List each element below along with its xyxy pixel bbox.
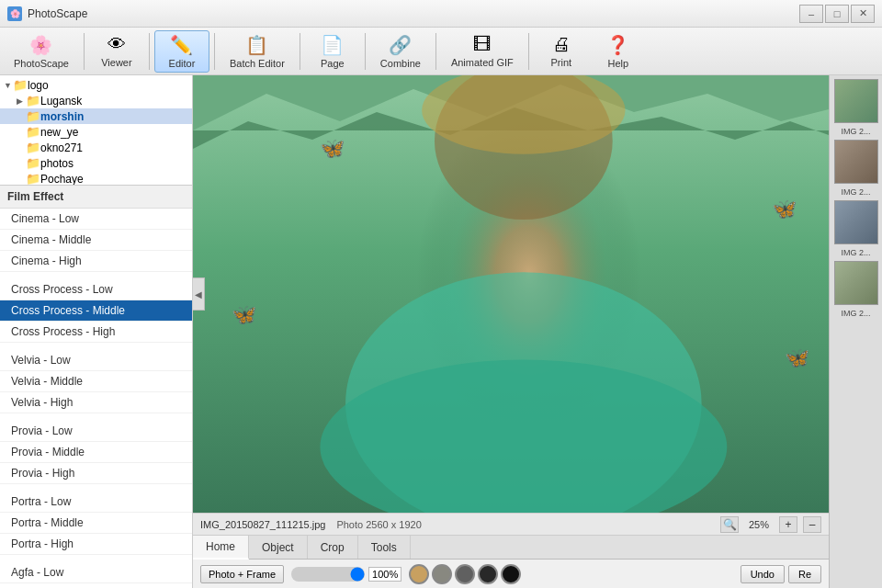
folder-icon: 📁 <box>26 172 40 186</box>
color-btn-2[interactable] <box>432 564 452 584</box>
toolbar-icon-editor: ✏️ <box>170 34 193 56</box>
toolbar-label-print: Print <box>550 57 571 68</box>
undo-redo: Undo Re <box>741 565 821 583</box>
zoom-out-btn[interactable]: – <box>803 516 821 533</box>
window-controls: – □ ✕ <box>799 5 875 23</box>
toolbar-btn-viewer[interactable]: 👁Viewer <box>89 30 144 73</box>
filter-provia-high[interactable]: Provia - High <box>0 463 192 484</box>
filter-velvia-low[interactable]: Velvia - Low <box>0 350 192 371</box>
toolbar-btn-gif[interactable]: 🎞Animated GIF <box>441 30 524 73</box>
filter-cinema-high[interactable]: Cinema - High <box>0 251 192 272</box>
tree-item-logo[interactable]: ▼ 📁 logo <box>0 77 192 93</box>
toolbar-sep-3 <box>300 33 300 70</box>
folder-icon: 📁 <box>26 94 40 107</box>
zoom-icon-btn[interactable]: 🔍 <box>720 516 739 533</box>
minimize-button[interactable]: – <box>799 5 823 23</box>
tree-item-okno[interactable]: 📁 okno271 <box>0 140 192 155</box>
thumb-label-4: IMG 2... <box>832 309 880 318</box>
toolbar-icon-viewer: 👁 <box>107 34 126 55</box>
toolbar-label-help: Help <box>607 58 628 69</box>
toolbar-icon-gif: 🎞 <box>473 34 492 55</box>
tab-object[interactable]: Object <box>249 536 308 559</box>
filter-provia-middle[interactable]: Provia - Middle <box>0 442 192 463</box>
app-title: PhotoScape <box>28 7 87 20</box>
folder-icon: 📁 <box>26 141 40 154</box>
butterfly-3: 🦋 <box>772 198 797 221</box>
filter-portra-low[interactable]: Portra - Low <box>0 492 192 513</box>
main-toolbar: 🌸PhotoScape👁Viewer✏️Editor📋Batch Editor📄… <box>0 28 882 75</box>
center-area: ◀ 🦋 🦋 🦋 🦋 IMG_20150827_111215.jpg Photo … <box>193 75 829 588</box>
color-btn-3[interactable] <box>455 564 475 584</box>
pct-display: 100% <box>368 567 401 582</box>
thumbnail-1[interactable] <box>834 79 878 123</box>
filter-cinema-low[interactable]: Cinema - Low <box>0 209 192 230</box>
tree-label-newye: new_ye <box>40 126 78 139</box>
filter-velvia-middle[interactable]: Velvia - Middle <box>0 371 192 392</box>
toolbar-icon-help: ❓ <box>606 34 629 56</box>
bottom-tabs: Home Object Crop Tools <box>193 536 829 560</box>
filter-provia-low[interactable]: Provia - Low <box>0 421 192 442</box>
toolbar-btn-help[interactable]: ❓Help <box>591 30 646 73</box>
toolbar-btn-batch[interactable]: 📋Batch Editor <box>220 30 295 73</box>
thumb-label-3: IMG 2... <box>832 248 880 257</box>
tab-crop[interactable]: Crop <box>308 536 358 559</box>
tab-tools[interactable]: Tools <box>358 536 411 559</box>
zoom-in-btn[interactable]: + <box>779 516 797 533</box>
toolbar-btn-photoscape[interactable]: 🌸PhotoScape <box>4 30 79 73</box>
tree-item-photos[interactable]: 📁 photos <box>0 155 192 171</box>
maximize-button[interactable]: □ <box>825 5 849 23</box>
toolbar-btn-editor[interactable]: ✏️Editor <box>154 30 209 73</box>
thumbnail-4[interactable] <box>834 261 878 305</box>
tree-label-lugansk: Lugansk <box>40 95 82 107</box>
toolbar-btn-combine[interactable]: 🔗Combine <box>370 30 431 73</box>
color-btn-4[interactable] <box>478 564 498 584</box>
photo-display: ◀ 🦋 🦋 🦋 🦋 <box>193 75 829 513</box>
filter-velvia-high[interactable]: Velvia - High <box>0 392 192 413</box>
toolbar-icon-combine: 🔗 <box>389 34 412 56</box>
zoom-level: 25% <box>744 519 774 530</box>
filter-crossprocess-low[interactable]: Cross Process - Low <box>0 279 192 300</box>
filter-crossprocess-middle[interactable]: Cross Process - Middle <box>0 300 192 322</box>
tree-label-photos: photos <box>40 157 74 170</box>
file-tree: ▼ 📁 logo ▶ 📁 Lugansk 📁 morshin 📁 new_ye <box>0 75 192 186</box>
tree-item-pochaye[interactable]: 📁 Pochaye <box>0 171 192 186</box>
butterfly-4: 🦋 <box>785 346 809 370</box>
color-btn-5[interactable] <box>501 564 521 584</box>
toolbar-sep-1 <box>149 33 150 70</box>
toolbar-label-combine: Combine <box>380 58 421 69</box>
bottom-controls: Photo + Frame 100% Undo Re <box>193 560 829 588</box>
toolbar-label-gif: Animated GIF <box>451 57 514 68</box>
thumbnail-3[interactable] <box>834 200 878 244</box>
filter-portra-middle[interactable]: Portra - Middle <box>0 513 192 534</box>
thumbnail-2[interactable] <box>834 140 878 184</box>
color-btn-1[interactable] <box>409 564 429 584</box>
filter-portra-high[interactable]: Portra - High <box>0 534 192 555</box>
tree-item-morshin[interactable]: 📁 morshin <box>0 108 192 124</box>
close-button[interactable]: ✕ <box>851 5 875 23</box>
filter-cinema-middle[interactable]: Cinema - Middle <box>0 230 192 251</box>
toolbar-sep-2 <box>214 33 215 70</box>
expand-icon: ▶ <box>17 96 26 106</box>
title-bar: 🌸 PhotoScape – □ ✕ <box>0 0 882 28</box>
filter-agfa-middle[interactable]: Agfa - Middle <box>0 583 192 588</box>
photo-area: ◀ 🦋 🦋 🦋 🦋 <box>193 75 829 513</box>
redo-button[interactable]: Re <box>788 565 821 583</box>
opacity-slider[interactable] <box>291 567 365 582</box>
folder-icon: 📁 <box>13 78 28 92</box>
slider-container: 100% <box>291 567 401 582</box>
status-filename: IMG_20150827_111215.jpg <box>200 519 325 530</box>
toolbar-btn-print[interactable]: 🖨Print <box>534 30 589 73</box>
toolbar-sep-4 <box>365 33 366 70</box>
filter-crossprocess-high[interactable]: Cross Process - High <box>0 322 192 343</box>
tab-home[interactable]: Home <box>193 536 249 560</box>
undo-button[interactable]: Undo <box>741 565 785 583</box>
toolbar-btn-page[interactable]: 📄Page <box>305 30 360 73</box>
tree-item-newye[interactable]: 📁 new_ye <box>0 124 192 140</box>
tree-item-lugansk[interactable]: ▶ 📁 Lugansk <box>0 93 192 108</box>
toolbar-icon-print: 🖨 <box>552 34 571 55</box>
color-buttons <box>409 564 521 584</box>
collapse-handle[interactable]: ◀ <box>193 277 205 311</box>
expand-icon: ▼ <box>4 81 13 90</box>
filter-agfa-low[interactable]: Agfa - Low <box>0 562 192 583</box>
photo-frame-button[interactable]: Photo + Frame <box>200 565 284 583</box>
